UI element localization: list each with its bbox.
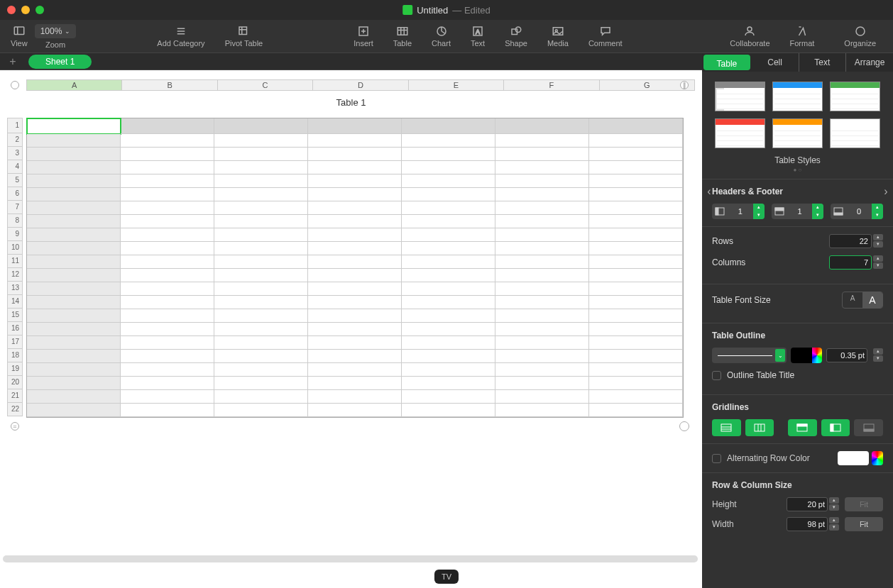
cell-D7[interactable] (308, 201, 402, 215)
cell-F7[interactable] (495, 201, 589, 215)
header-rows-control[interactable]: 1▴▾ (772, 204, 824, 219)
cell-D14[interactable] (308, 296, 402, 309)
cell-G20[interactable] (589, 377, 683, 390)
comment-button[interactable]: Comment (579, 25, 632, 48)
cell-C14[interactable] (214, 296, 308, 309)
row-header-11[interactable]: 11 (7, 255, 23, 268)
width-fit-button[interactable]: Fit (845, 517, 883, 531)
cell-B20[interactable] (121, 377, 214, 390)
row-header-22[interactable]: 22 (7, 403, 23, 416)
panel-tab-table[interactable]: Table (703, 55, 750, 70)
cell-B4[interactable] (121, 161, 214, 174)
cell-C7[interactable] (214, 201, 308, 215)
cell-B19[interactable] (121, 363, 214, 377)
cell-G18[interactable] (589, 350, 683, 363)
cell-F15[interactable] (495, 309, 589, 323)
insert-button[interactable]: Insert (344, 25, 383, 48)
cell-G9[interactable] (589, 228, 683, 242)
cell-A11[interactable] (27, 255, 121, 269)
cell-C17[interactable] (214, 336, 308, 350)
cell-C11[interactable] (214, 255, 308, 269)
cell-D6[interactable] (308, 188, 402, 201)
cell-E15[interactable] (402, 309, 495, 323)
cell-F18[interactable] (495, 350, 589, 363)
cell-D16[interactable] (308, 323, 402, 336)
text-button[interactable]: AText (461, 25, 495, 48)
cell-F10[interactable] (495, 242, 589, 255)
cell-C6[interactable] (214, 188, 308, 201)
add-sheet-button[interactable]: + (4, 55, 21, 68)
panel-tab-text[interactable]: Text (799, 53, 846, 72)
cell-C1[interactable] (214, 118, 308, 134)
row-header-4[interactable]: 4 (7, 160, 23, 174)
table-style-5[interactable] (772, 118, 823, 148)
cell-F8[interactable] (495, 215, 589, 228)
table-grid[interactable] (26, 118, 684, 418)
column-header-E[interactable]: E (409, 79, 504, 91)
cell-A5[interactable] (27, 174, 121, 188)
cell-A3[interactable] (27, 148, 121, 161)
row-header-19[interactable]: 19 (7, 362, 23, 376)
row-header-14[interactable]: 14 (7, 295, 23, 309)
format-button[interactable]: Format (780, 25, 825, 48)
table-style-4[interactable] (715, 118, 765, 148)
cell-A1[interactable] (27, 118, 121, 134)
cell-B12[interactable] (121, 269, 214, 282)
cell-A10[interactable] (27, 242, 121, 255)
cell-B1[interactable] (121, 118, 214, 134)
alternating-row-checkbox[interactable] (712, 454, 721, 463)
table-button[interactable]: Table (383, 25, 422, 48)
cell-G2[interactable] (589, 134, 683, 148)
cell-A7[interactable] (27, 201, 121, 215)
table-style-6[interactable] (830, 118, 880, 148)
cell-C2[interactable] (214, 134, 308, 148)
cell-G15[interactable] (589, 309, 683, 323)
cell-E8[interactable] (402, 215, 495, 228)
cell-E2[interactable] (402, 134, 495, 148)
cell-F5[interactable] (495, 174, 589, 188)
cell-C18[interactable] (214, 350, 308, 363)
cell-E13[interactable] (402, 282, 495, 296)
chart-button[interactable]: Chart (422, 25, 461, 48)
cell-A14[interactable] (27, 296, 121, 309)
gridlines-body-v-button[interactable] (745, 419, 774, 436)
cell-D11[interactable] (308, 255, 402, 269)
row-header-20[interactable]: 20 (7, 376, 23, 389)
column-header-A[interactable]: A (26, 79, 122, 91)
height-input[interactable] (787, 497, 828, 511)
cell-C5[interactable] (214, 174, 308, 188)
cell-F3[interactable] (495, 148, 589, 161)
close-window-button[interactable] (7, 6, 16, 14)
view-button[interactable]: View (7, 25, 35, 48)
cell-G17[interactable] (589, 336, 683, 350)
styles-prev-button[interactable]: ‹ (703, 185, 715, 199)
cell-E14[interactable] (402, 296, 495, 309)
collaborate-button[interactable]: Collaborate (720, 25, 779, 48)
cell-D10[interactable] (308, 242, 402, 255)
cell-D3[interactable] (308, 148, 402, 161)
cell-F13[interactable] (495, 282, 589, 296)
cell-F16[interactable] (495, 323, 589, 336)
row-header-13[interactable]: 13 (7, 282, 23, 295)
outline-width-input[interactable] (826, 348, 867, 362)
cell-D1[interactable] (308, 118, 402, 134)
footer-rows-control[interactable]: 0▴▾ (831, 204, 883, 219)
shape-button[interactable]: Shape (495, 25, 537, 48)
cell-F11[interactable] (495, 255, 589, 269)
row-header-5[interactable]: 5 (7, 174, 23, 187)
cell-A6[interactable] (27, 188, 121, 201)
cell-A17[interactable] (27, 336, 121, 350)
cell-E3[interactable] (402, 148, 495, 161)
cell-A22[interactable] (27, 404, 121, 417)
cell-B7[interactable] (121, 201, 214, 215)
cell-E19[interactable] (402, 363, 495, 377)
add-category-button[interactable]: Add Category (147, 25, 214, 48)
cell-G7[interactable] (589, 201, 683, 215)
cell-B13[interactable] (121, 282, 214, 296)
cell-E5[interactable] (402, 174, 495, 188)
cell-A13[interactable] (27, 282, 121, 296)
columns-input[interactable] (829, 255, 872, 270)
cell-C13[interactable] (214, 282, 308, 296)
cell-F19[interactable] (495, 363, 589, 377)
cell-B17[interactable] (121, 336, 214, 350)
